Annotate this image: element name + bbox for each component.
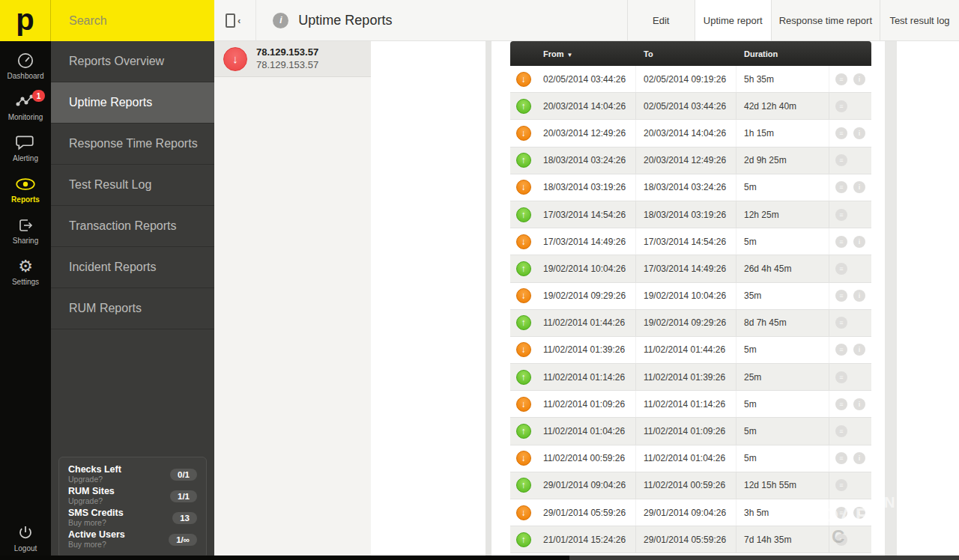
column-header-to[interactable]: To	[636, 49, 736, 58]
stat-label: SMS Credits	[68, 508, 172, 518]
info-icon[interactable]: i	[273, 13, 288, 28]
sidebar-item-label: Alerting	[13, 154, 38, 162]
reports-nav-item[interactable]: Uptime Reports	[51, 82, 214, 124]
analysis-icon[interactable]: ≡	[835, 344, 847, 356]
outage-from: 11/02/2014 01:09:26	[536, 391, 636, 417]
outage-from: 11/02/2014 00:59:26	[536, 445, 636, 472]
outage-duration: 3h 5m	[736, 499, 829, 526]
outage-from: 11/02/2014 01:39:26	[536, 337, 636, 363]
analysis-icon[interactable]: ≡	[835, 127, 847, 139]
status-arrow-icon: ↑	[516, 424, 531, 439]
status-arrow-icon: ↓	[516, 234, 531, 249]
check-host: 78.129.153.57	[256, 59, 318, 71]
analysis-icon[interactable]: ≡	[835, 209, 847, 221]
topbar-button[interactable]: Edit	[627, 0, 695, 40]
stat-upsell-link[interactable]: Upgrade?	[68, 475, 170, 484]
sidebar-item-settings[interactable]: ⚙ Settings	[0, 251, 51, 292]
analysis-icon[interactable]: ≡	[835, 290, 847, 302]
account-stat-row: RUM Sites Upgrade? 1/1	[68, 485, 197, 507]
outage-to: 02/05/2014 03:44:26	[636, 93, 736, 119]
search-input[interactable]	[69, 14, 224, 28]
topbar-button[interactable]: Uptime report	[695, 0, 771, 40]
analysis-icon[interactable]: ≡	[835, 100, 847, 112]
analysis-icon[interactable]: ≡	[835, 317, 847, 329]
table-header: From▼ To Duration	[510, 41, 871, 66]
analysis-icon[interactable]: ≡	[835, 507, 847, 519]
sidebar-item-label: Sharing	[13, 237, 38, 245]
outage-duration: 25m	[736, 364, 829, 390]
content-scrollbar[interactable]	[885, 41, 897, 556]
stat-label: Active Users	[68, 530, 169, 540]
topbar-button[interactable]: Response time report	[771, 0, 880, 40]
table-body: ↓ 02/05/2014 03:44:26 02/05/2014 09:19:2…	[510, 66, 871, 553]
outage-row: ↓ 17/03/2014 14:49:26 17/03/2014 14:54:2…	[510, 228, 871, 255]
analysis-icon[interactable]: ≡	[835, 181, 847, 193]
analysis-icon[interactable]: ≡	[835, 398, 847, 410]
analysis-icon[interactable]: ≡	[835, 236, 847, 248]
analysis-icon[interactable]: ≡	[835, 452, 847, 464]
outage-to: 11/02/2014 01:09:26	[636, 418, 736, 444]
page-title: Uptime Reports	[298, 13, 392, 28]
reports-nav-item[interactable]: Test Result Log	[51, 165, 214, 206]
logout-label: Logout	[14, 544, 37, 553]
reports-nav-item[interactable]: Reports Overview	[51, 41, 214, 82]
outage-from: 29/01/2014 05:59:26	[536, 499, 636, 526]
collapse-panel-button[interactable]: ‹	[214, 0, 256, 40]
topbar-button-label: Edit	[653, 15, 669, 26]
stat-upsell-link[interactable]: Buy more?	[68, 541, 169, 549]
video-progress-bar[interactable]	[0, 556, 959, 560]
outage-duration: 7d 14h 35m	[736, 526, 829, 553]
analysis-icon[interactable]: ≡	[835, 534, 847, 546]
outage-from: 11/02/2014 01:14:26	[536, 364, 636, 390]
outage-row: ↑ 19/02/2014 10:04:26 17/03/2014 14:49:2…	[510, 255, 871, 282]
reports-nav-item[interactable]: Incident Reports	[51, 247, 214, 288]
outage-from: 18/03/2014 03:24:26	[536, 147, 636, 174]
outage-from: 11/02/2014 01:04:26	[536, 418, 636, 444]
stat-upsell-link[interactable]: Upgrade?	[68, 497, 170, 505]
info-dot-icon[interactable]: i	[853, 127, 865, 139]
info-dot-icon[interactable]: i	[853, 344, 865, 356]
info-dot-icon[interactable]: i	[853, 181, 865, 193]
outage-duration: 42d 12h 40m	[736, 93, 829, 119]
column-header-from[interactable]: From▼	[536, 49, 636, 58]
analysis-icon[interactable]: ≡	[835, 154, 847, 166]
eye-icon	[14, 174, 37, 194]
analysis-icon[interactable]: ≡	[835, 263, 847, 275]
sidebar-item-dashboard[interactable]: Dashboard	[0, 45, 51, 86]
outage-duration: 5m	[736, 337, 829, 363]
brand-logo[interactable]: p	[0, 0, 51, 41]
sidebar-item-sharing[interactable]: Sharing	[0, 210, 51, 251]
account-stat-row: Active Users Buy more? 1/∞	[68, 529, 197, 550]
reports-nav-item[interactable]: Response Time Reports	[51, 124, 214, 165]
outage-to: 19/02/2014 10:04:26	[636, 283, 736, 309]
column-header-duration[interactable]: Duration	[736, 49, 829, 58]
analysis-icon[interactable]: ≡	[835, 371, 847, 383]
info-dot-icon[interactable]: i	[853, 452, 865, 464]
reports-nav-item[interactable]: RUM Reports	[51, 288, 214, 329]
info-dot-icon[interactable]: i	[853, 507, 865, 519]
stat-upsell-link[interactable]: Buy more?	[68, 519, 172, 527]
analysis-icon[interactable]: ≡	[835, 425, 847, 437]
check-list-item-selected[interactable]: ↓ 78.129.153.57 78.129.153.57	[214, 41, 371, 77]
outage-from: 19/02/2014 10:04:26	[536, 255, 636, 281]
info-dot-icon[interactable]: i	[853, 236, 865, 248]
sidebar-item-reports[interactable]: Reports	[0, 168, 51, 210]
check-panel-scrollbar[interactable]	[485, 41, 491, 556]
sidebar-item-label: Reports	[11, 195, 40, 204]
info-dot-icon[interactable]: i	[853, 290, 865, 302]
outage-duration: 12d 15h 55m	[736, 472, 829, 499]
analysis-icon[interactable]: ≡	[835, 73, 847, 85]
sidebar-item-alerting[interactable]: Alerting	[0, 127, 51, 168]
outage-row: ↓ 20/03/2014 12:49:26 20/03/2014 14:04:2…	[510, 120, 871, 147]
logout-button[interactable]: Logout	[0, 524, 51, 553]
reports-nav-item[interactable]: Transaction Reports	[51, 206, 214, 247]
info-dot-icon[interactable]: i	[853, 73, 865, 85]
topbar-button[interactable]: Test result log	[880, 0, 959, 40]
chat-bubble-icon	[16, 133, 35, 153]
outage-to: 29/01/2014 05:59:26	[636, 526, 736, 553]
info-dot-icon[interactable]: i	[853, 398, 865, 410]
outage-row: ↓ 29/01/2014 05:59:26 29/01/2014 09:04:2…	[510, 499, 871, 526]
analysis-icon[interactable]: ≡	[835, 479, 847, 491]
check-name: 78.129.153.57	[256, 46, 318, 58]
sidebar-item-monitoring[interactable]: Monitoring 1	[0, 86, 51, 127]
